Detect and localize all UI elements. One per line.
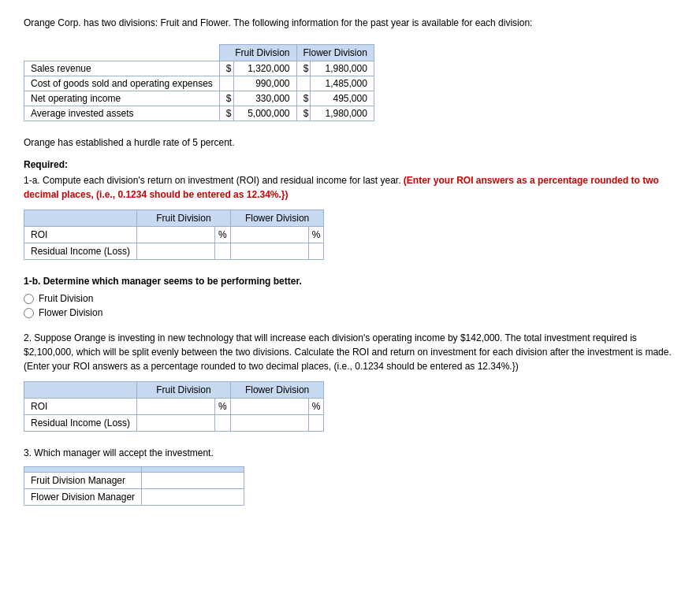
s3-input-0[interactable] bbox=[145, 474, 232, 487]
s2-fruit-input-1[interactable] bbox=[140, 417, 211, 429]
data-table: Fruit Division Flower Division Sales rev… bbox=[24, 44, 374, 121]
data-table-row: Net operating income$330,000$495,000 bbox=[24, 91, 374, 106]
s1a-flower-input-1[interactable] bbox=[234, 245, 305, 258]
data-table-row: Cost of goods sold and operating expense… bbox=[24, 76, 374, 91]
hurdle-text: Orange has established a hurdle rate of … bbox=[24, 137, 676, 148]
section1b-radio-group: Fruit DivisionFlower Division bbox=[24, 293, 676, 318]
section2-row: ROI%% bbox=[24, 399, 324, 415]
s1a-fruit-input-1[interactable] bbox=[140, 245, 211, 258]
section2-input-table: Fruit Division Flower Division ROI%%Resi… bbox=[24, 381, 324, 432]
s2-flower-header: Flower Division bbox=[230, 382, 324, 399]
section1a-instruction: 1-a. Compute each division's return on i… bbox=[24, 173, 676, 202]
section2-row: Residual Income (Loss) bbox=[24, 415, 324, 432]
s3-input-1[interactable] bbox=[145, 491, 232, 503]
required-label: Required: bbox=[24, 159, 676, 170]
s2-fruit-input-0[interactable] bbox=[140, 400, 211, 413]
s1a-fruit-input-0[interactable] bbox=[140, 228, 211, 241]
s1a-flower-header: Flower Division bbox=[230, 210, 324, 227]
data-table-row: Sales revenue$1,320,000$1,980,000 bbox=[24, 61, 374, 76]
section1b-radio-label-1: Flower Division bbox=[39, 307, 102, 318]
flower-division-header: Flower Division bbox=[296, 45, 374, 61]
s2-flower-input-0[interactable] bbox=[234, 400, 305, 413]
section1a-input-table: Fruit Division Flower Division ROI%%Resi… bbox=[24, 210, 324, 260]
section1a-row: ROI%% bbox=[24, 227, 324, 243]
s3-col-header bbox=[142, 467, 244, 473]
section3-title: 3. Which manager will accept the investm… bbox=[24, 447, 676, 458]
s2-flower-input-1[interactable] bbox=[234, 417, 305, 429]
section3-row: Fruit Division Manager bbox=[24, 473, 244, 489]
section1b-title: 1-b. Determine which manager seems to be… bbox=[24, 276, 676, 287]
section3-row: Flower Division Manager bbox=[24, 489, 244, 506]
s1a-flower-input-0[interactable] bbox=[234, 228, 305, 241]
s1a-fruit-header: Fruit Division bbox=[137, 210, 231, 227]
data-table-row: Average invested assets$5,000,000$1,980,… bbox=[24, 106, 374, 121]
section1b-radio-item-1: Flower Division bbox=[24, 307, 676, 318]
section1b-radio-label-0: Fruit Division bbox=[39, 293, 93, 304]
intro-text: Orange Corp. has two divisions: Fruit an… bbox=[24, 16, 676, 30]
s2-fruit-header: Fruit Division bbox=[137, 382, 231, 399]
section2-instruction: 2. Suppose Orange is investing in new te… bbox=[24, 331, 676, 373]
section1b-radio-flower[interactable] bbox=[24, 308, 34, 318]
section2-bold-red: (Enter your ROI answers as a percentage … bbox=[24, 361, 519, 372]
section1b-radio-fruit[interactable] bbox=[24, 294, 34, 304]
fruit-division-header: Fruit Division bbox=[219, 45, 296, 61]
section3-table: Fruit Division ManagerFlower Division Ma… bbox=[24, 466, 244, 506]
section1a-row: Residual Income (Loss) bbox=[24, 243, 324, 260]
section1b-radio-item-0: Fruit Division bbox=[24, 293, 676, 304]
